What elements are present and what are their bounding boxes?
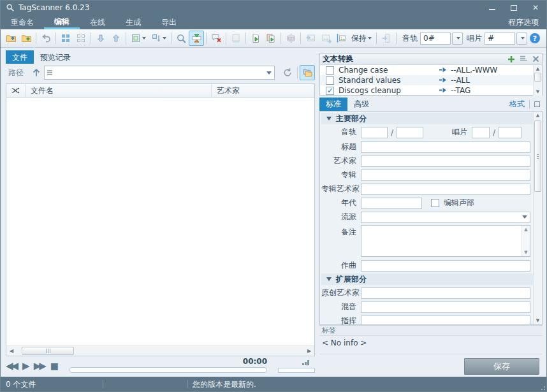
shuffle-column-header[interactable] — [6, 84, 26, 97]
track-number-input[interactable] — [361, 127, 388, 138]
grid-small-view-button[interactable] — [73, 31, 89, 46]
section-extended[interactable]: 扩展部分 — [321, 273, 533, 285]
add-transform-icon[interactable] — [507, 55, 515, 63]
swap-tags-button[interactable] — [189, 31, 204, 46]
play-button[interactable]: ▶ — [22, 361, 30, 371]
conductor-input[interactable] — [361, 316, 530, 326]
close-icon[interactable]: ✕ — [525, 1, 546, 15]
column-filename[interactable]: 文件名 — [26, 84, 212, 97]
browse-folders-button[interactable] — [300, 65, 315, 80]
remix-input[interactable] — [361, 301, 530, 313]
image-export-button[interactable] — [318, 31, 333, 46]
progress-bar[interactable] — [69, 367, 267, 373]
stop-button[interactable]: ■ — [50, 361, 59, 371]
track-format-dropdown[interactable] — [452, 33, 463, 45]
save-button[interactable]: 保存 — [464, 358, 539, 375]
folder-up-button[interactable] — [29, 65, 44, 80]
menu-edit[interactable]: 编辑 — [44, 15, 80, 29]
menu-online[interactable]: 在线 — [80, 15, 115, 29]
select-files-button[interactable] — [128, 31, 149, 46]
open-folder-button[interactable] — [3, 31, 18, 46]
title-input[interactable] — [361, 142, 530, 153]
minimize-icon[interactable] — [481, 1, 503, 15]
file-list-body[interactable] — [6, 98, 314, 345]
scroll-down-icon[interactable]: ▼ — [534, 317, 542, 324]
undock-icon[interactable] — [534, 101, 540, 107]
path-combo[interactable] — [44, 66, 275, 80]
scrollbar-thumb[interactable] — [534, 73, 541, 82]
keep-dropdown-button[interactable]: 保持 — [349, 32, 374, 45]
transform-row[interactable]: Discogs cleanup --TAG — [320, 85, 533, 96]
clear-page-button[interactable] — [228, 31, 244, 46]
preview-file-button[interactable] — [248, 31, 263, 46]
scrollbar-thumb[interactable] — [534, 120, 541, 192]
scrollbar-track[interactable] — [17, 346, 304, 356]
transform-scrollbar[interactable]: ▲ ▼ — [533, 65, 542, 96]
edit-parts-checkbox[interactable] — [431, 199, 439, 207]
panel-close-icon[interactable] — [532, 55, 539, 62]
transform-checkbox[interactable] — [326, 76, 334, 85]
scroll-right-icon[interactable]: ▶ — [304, 346, 314, 356]
track-total-input[interactable] — [397, 127, 423, 138]
panel-menu-icon[interactable] — [520, 55, 528, 62]
orig-artist-input[interactable] — [361, 287, 530, 299]
menu-rename[interactable]: 重命名 — [1, 15, 44, 29]
move-down-button[interactable] — [93, 31, 108, 46]
tab-standard[interactable]: 标准 — [319, 98, 347, 111]
format-link[interactable]: 格式 — [509, 99, 525, 110]
disc-number-input[interactable] — [472, 127, 490, 138]
scroll-up-icon[interactable]: ▲ — [534, 65, 542, 73]
move-up-button[interactable] — [108, 31, 124, 46]
form-scrollbar[interactable]: ▲ ▼ — [533, 112, 542, 324]
horizontal-scrollbar[interactable]: ◀ ▶ — [6, 345, 314, 356]
tab-preview[interactable]: 预览记录 — [34, 50, 77, 64]
menu-program-options[interactable]: 程序选项 — [500, 15, 546, 29]
remove-tag-button[interactable] — [208, 31, 224, 46]
transform-row[interactable]: Change case --ALL,-WWW — [320, 65, 533, 75]
track-format-input[interactable] — [420, 33, 451, 45]
preview-all-button[interactable] — [263, 31, 279, 46]
menu-export[interactable]: 导出 — [151, 15, 187, 29]
year-input[interactable] — [361, 198, 422, 209]
disc-format-dropdown[interactable] — [516, 33, 527, 45]
disc-total-input[interactable] — [499, 127, 521, 138]
refresh-button[interactable] — [280, 65, 295, 80]
undo-button[interactable] — [38, 31, 54, 46]
album-artist-input[interactable] — [361, 184, 530, 195]
transform-row[interactable]: Standard values --ALL — [320, 75, 533, 85]
section-main[interactable]: 主要部分 — [321, 113, 533, 124]
textarea-scrollbar[interactable]: ▲ ▼ — [521, 226, 530, 256]
search-button[interactable] — [173, 31, 189, 46]
comment-textarea[interactable]: ▲ ▼ — [361, 225, 530, 257]
counter-button[interactable]: 123 — [283, 31, 298, 46]
insert-page-button[interactable] — [379, 31, 394, 46]
transform-checkbox[interactable] — [326, 66, 334, 75]
rewind-button[interactable]: ◀◀ — [6, 361, 18, 371]
column-artist[interactable]: 艺术家 — [212, 84, 314, 97]
scroll-down-icon[interactable]: ▼ — [534, 88, 542, 96]
scroll-down-icon[interactable]: ▼ — [524, 250, 527, 255]
genre-select[interactable] — [361, 212, 530, 223]
artist-input[interactable] — [361, 156, 530, 167]
transform-checkbox[interactable] — [326, 87, 334, 95]
menu-generate[interactable]: 生成 — [115, 15, 151, 29]
disc-format-input[interactable] — [485, 33, 515, 45]
maximize-icon[interactable] — [503, 1, 525, 15]
image-frame-button[interactable] — [333, 31, 349, 46]
image-import-button[interactable] — [303, 31, 318, 46]
scroll-up-icon[interactable]: ▲ — [524, 227, 527, 232]
forward-button[interactable]: ▶▶ — [34, 361, 47, 371]
add-folder-button[interactable] — [18, 31, 34, 46]
album-input[interactable] — [361, 170, 530, 181]
scroll-left-icon[interactable]: ◀ — [6, 346, 17, 356]
grid-view-button[interactable] — [58, 31, 73, 46]
tab-advanced[interactable]: 高级 — [347, 98, 376, 111]
volume-slider[interactable] — [278, 368, 315, 373]
tab-files[interactable]: 文件 — [6, 50, 34, 64]
resize-grip[interactable] — [539, 384, 545, 390]
help-icon[interactable]: ? — [530, 33, 540, 43]
sort-button[interactable] — [149, 31, 169, 46]
scrollbar-thumb[interactable] — [22, 347, 74, 355]
scroll-up-icon[interactable]: ▲ — [534, 112, 542, 119]
composer-input[interactable] — [361, 260, 530, 272]
